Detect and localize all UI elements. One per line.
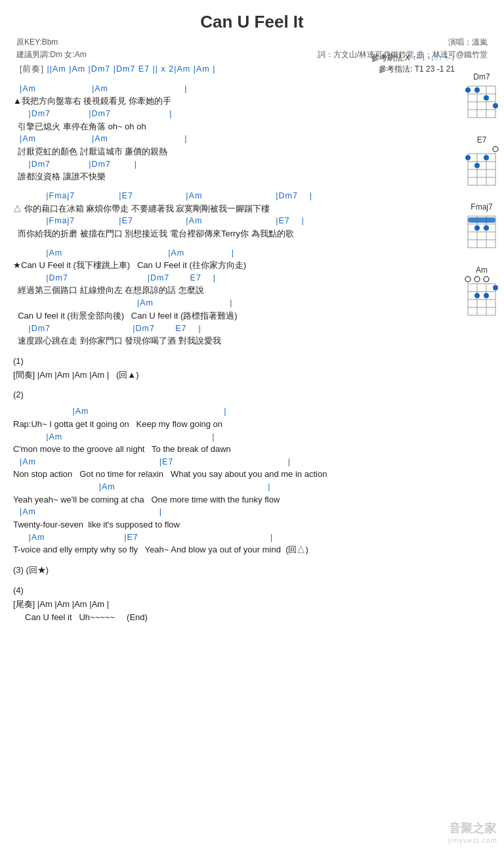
page-title: Can U Feel It (10, 7, 494, 32)
am-label: Am (465, 265, 499, 275)
rap-lyric2: C'mon move to the groove all night To th… (10, 443, 448, 457)
v1-chord2: |Dm7 |Dm7 | (10, 108, 448, 120)
original-key: 原KEY:Bbm (16, 36, 87, 49)
rap-chord4: |Am | (10, 482, 448, 493)
page: Can U Feel It 原KEY:Bbm 建議男調:Dm 女:Am 演唱：溫… (0, 0, 504, 852)
rap-chord2: |Am | (10, 432, 448, 443)
pc-lyric2: 而你給我的折磨 被擋在門口 別想接近我 電台裡卻傳來Terry你 為我點的歌 (10, 227, 448, 241)
main-content: [前奏] ||Am |Am |Dm7 |Dm7 E7 || x 2|Am |Am… (10, 64, 494, 625)
svg-point-10 (493, 146, 498, 152)
svg-point-31 (484, 277, 489, 282)
rap-chord6: |Am |E7 | (10, 532, 448, 544)
svg-point-7 (474, 87, 480, 93)
ch-lyric3: Can U feel it (街景全部向後) Can U feel it (路標… (10, 309, 448, 323)
pc-lyric1: △ 你的藉口在冰箱 麻煩你帶走 不要纏著我 寂寞剛剛被我一腳踢下樓 (10, 202, 448, 216)
ch-chord3: |Am | (10, 298, 448, 309)
e7-grid (465, 146, 499, 188)
meta-left: 原KEY:Bbm 建議男調:Dm 女:Am (16, 36, 87, 61)
rap-lyric6: T-voice and elly empty why so fly Yeah~ … (10, 543, 448, 557)
dm7-label: Dm7 (465, 72, 499, 81)
section1-block: (1) [間奏] |Am |Am |Am |Am | (回▲) (10, 355, 448, 382)
rap-chord1: |Am | (10, 406, 448, 418)
ch-chord1: |Am |Am | (10, 248, 448, 259)
watermark-url: yinyuezj.com (448, 836, 497, 844)
section3-label: (3) (回★) (10, 564, 448, 577)
pc-chord1: |Fmaj7 |E7 |Am |Dm7 | (10, 191, 448, 202)
interlude1: [間奏] |Am |Am |Am |Am | (回▲) (10, 369, 448, 382)
strumming-pattern: ↑--↓ -↓↑↑ ↑-↓ (412, 53, 455, 62)
section2-label: (2) (10, 388, 448, 402)
diagram-fmaj7: Fmaj7 (465, 202, 499, 254)
pc-chord2: |Fmaj7 |E7 |Am |E7 | (10, 215, 448, 227)
v1-lyric1: ▲我把方向盤靠右 後視鏡看見 你牽她的手 (10, 95, 448, 108)
v1-lyric3: 討厭霓虹的顏色 討厭這城市 廉價的親熱 (10, 145, 448, 159)
strumming-label: 參考刷法:X (371, 53, 413, 62)
rap-lyric5: Twenty-four-seven like it's supposed to … (10, 518, 448, 532)
am-grid (465, 276, 499, 318)
diagram-e7: E7 (465, 135, 499, 191)
ch-chord2: |Dm7 |Dm7 E7 | (10, 273, 448, 284)
diagram-dm7: Dm7 (465, 72, 499, 123)
section2-block: (2) (10, 388, 448, 402)
e7-label: E7 (465, 135, 499, 145)
section1-label: (1) (10, 355, 448, 369)
svg-point-39 (474, 293, 480, 298)
svg-point-27 (474, 225, 480, 231)
strumming-ref: 參考刷法:X ↑--↓ -↓↑↑ ↑-↓ (371, 53, 455, 64)
watermark: 音聚之家 yinyuezj.com (448, 820, 497, 844)
v1-chord4: |Dm7 |Dm7 | (10, 159, 448, 171)
svg-point-8 (484, 95, 489, 101)
fmaj7-grid (465, 213, 499, 251)
rap-chord5: |Am | (10, 506, 448, 518)
v1-chord1: |Am |Am | (10, 83, 448, 95)
suggested-key: 建議男調:Dm 女:Am (16, 49, 87, 61)
ch-lyric4: 速度跟心跳在走 到你家門口 發現你喝了酒 對我說愛我 (10, 334, 448, 348)
svg-point-9 (493, 103, 498, 108)
prelude-section: [前奏] ||Am |Am |Dm7 |Dm7 E7 || x 2|Am |Am… (10, 64, 448, 76)
svg-point-6 (465, 87, 471, 93)
rap-block: |Am | Rap:Uh~ I gotta get it going on Ke… (10, 406, 448, 557)
rap-lyric3: Non stop action Got no time for relaxin … (10, 468, 448, 482)
prelude-chords: [前奏] ||Am |Am |Dm7 |Dm7 E7 || x 2|Am |Am… (10, 64, 448, 76)
v1-lyric4: 誰都沒資格 讓誰不快樂 (10, 170, 448, 184)
svg-point-38 (493, 285, 498, 290)
rap-chord3: |Am |E7 | (10, 457, 448, 468)
chorus-block: |Am |Am | ★Can U Feel it (我下樓跳上車) Can U … (10, 248, 448, 348)
v1-lyric2: 引擎已熄火 車停在角落 oh~ oh oh (10, 120, 448, 134)
fmaj7-label: Fmaj7 (465, 202, 499, 212)
svg-point-29 (465, 277, 471, 282)
outro-lyric: Can U feel it Uh~~~~~ (End) (10, 611, 448, 625)
section3-block: (3) (回★) (10, 564, 448, 577)
watermark-text: 音聚之家 (448, 820, 497, 836)
svg-point-30 (474, 277, 480, 282)
outro-chords: [尾奏] |Am |Am |Am |Am | (10, 598, 448, 612)
ch-lyric2: 經過第三個路口 紅線燈向左 在想原諒的話 怎麼說 (10, 284, 448, 298)
svg-point-19 (474, 163, 480, 168)
chord-diagrams-panel: Dm7 E7 (465, 72, 499, 321)
ch-chord4: |Dm7 |Dm7 E7 | (10, 323, 448, 335)
svg-point-17 (465, 155, 471, 160)
svg-point-40 (484, 293, 489, 298)
svg-rect-26 (468, 217, 495, 223)
section4-block: (4) [尾奏] |Am |Am |Am |Am | Can U feel it… (10, 584, 448, 625)
ch-lyric1: ★Can U Feel it (我下樓跳上車) Can U Feel it (往… (10, 259, 448, 273)
singer: 演唱：溫嵐 (318, 36, 488, 49)
svg-point-18 (484, 155, 489, 160)
svg-point-28 (484, 225, 489, 231)
rap-lyric4: Yeah yeah~ we'll be coming at cha One mo… (10, 493, 448, 507)
diagram-am: Am (465, 265, 499, 321)
prechorus-block: |Fmaj7 |E7 |Am |Dm7 | △ 你的藉口在冰箱 麻煩你帶走 不要… (10, 191, 448, 241)
v1-chord3: |Am |Am | (10, 133, 448, 145)
section4-label: (4) (10, 584, 448, 598)
dm7-grid (465, 83, 499, 121)
verse1-block: |Am |Am | ▲我把方向盤靠右 後視鏡看見 你牽她的手 |Dm7 |Dm7… (10, 83, 448, 184)
rap-lyric1: Rap:Uh~ I gotta get it going on Keep my … (10, 418, 448, 432)
